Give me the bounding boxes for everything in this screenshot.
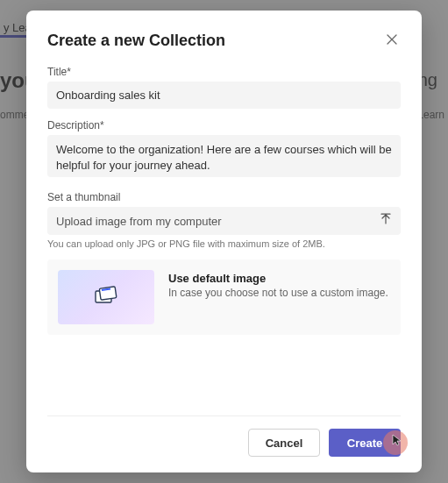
- description-label: Description*: [47, 119, 401, 131]
- upload-helper-text: You can upload only JPG or PNG file with…: [47, 238, 401, 249]
- thumbnail-label: Set a thumbnail: [47, 191, 401, 203]
- default-image-card[interactable]: Use default image In case you choose not…: [47, 259, 401, 335]
- description-field-group: Description*: [47, 119, 401, 181]
- upload-arrow-icon: [380, 213, 392, 229]
- cards-icon: [93, 285, 119, 309]
- upload-image-button[interactable]: Upload image from my computer: [47, 207, 401, 235]
- default-thumbnail-preview: [58, 270, 154, 324]
- default-image-title: Use default image: [168, 272, 388, 285]
- thumbnail-field-group: Set a thumbnail Upload image from my com…: [47, 191, 401, 335]
- default-image-text: Use default image In case you choose not…: [168, 270, 388, 299]
- create-button[interactable]: Create: [329, 429, 401, 457]
- title-field-group: Title*: [47, 66, 401, 109]
- modal-header: Create a new Collection: [47, 32, 401, 50]
- modal-body: Title* Description* Set a thumbnail Uplo…: [47, 66, 401, 416]
- upload-text: Upload image from my computer: [56, 215, 222, 228]
- modal-title: Create a new Collection: [47, 32, 225, 50]
- title-label: Title*: [47, 66, 401, 78]
- title-input[interactable]: [47, 82, 401, 109]
- cancel-button[interactable]: Cancel: [248, 429, 320, 457]
- close-icon: [387, 32, 397, 48]
- description-input[interactable]: [47, 135, 401, 177]
- close-button[interactable]: [383, 32, 401, 49]
- modal-footer: Cancel Create: [47, 416, 401, 457]
- default-image-subtitle: In case you choose not to use a custom i…: [168, 287, 388, 299]
- create-collection-modal: Create a new Collection Title* Descripti…: [26, 11, 422, 472]
